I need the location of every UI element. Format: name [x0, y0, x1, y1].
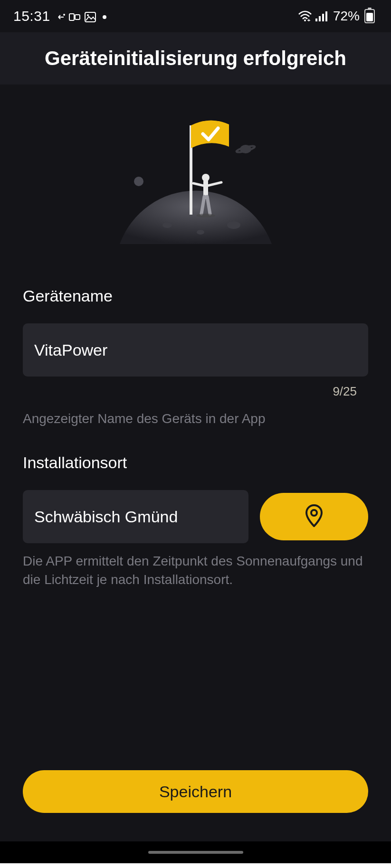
home-indicator-bar[interactable] — [148, 851, 243, 854]
home-indicator-area — [0, 841, 391, 863]
device-name-label: Gerätename — [23, 287, 368, 305]
svg-point-5 — [103, 15, 106, 19]
battery-percent: 72% — [331, 9, 360, 24]
device-name-helper: Angezeigter Name des Geräts in der App — [23, 409, 368, 428]
battery-icon — [364, 9, 375, 23]
location-input[interactable] — [34, 508, 237, 526]
device-name-input[interactable] — [34, 341, 357, 359]
location-input-box[interactable] — [23, 490, 248, 543]
svg-point-12 — [197, 230, 204, 235]
teams-icon — [68, 12, 82, 22]
wifi-icon — [298, 10, 312, 22]
svg-point-19 — [196, 214, 215, 217]
signal-icon — [315, 11, 327, 21]
status-bar: 15:31 — [0, 0, 391, 32]
svg-point-4 — [87, 14, 89, 16]
save-button[interactable]: Speichern — [23, 770, 368, 813]
page-title: Geräteinitialisierung erfolgreich — [45, 47, 346, 70]
svg-rect-7 — [315, 19, 317, 21]
save-button-label: Speichern — [159, 783, 232, 801]
location-label: Installationsort — [23, 453, 368, 472]
svg-rect-3 — [85, 12, 95, 22]
dot-icon — [103, 15, 106, 19]
svg-point-14 — [134, 177, 143, 186]
status-time: 15:31 — [13, 8, 50, 24]
svg-point-6 — [304, 19, 306, 21]
location-pin-icon — [305, 504, 324, 529]
svg-point-0 — [63, 14, 65, 16]
svg-rect-1 — [69, 14, 74, 20]
app-header: Geräteinitialisierung erfolgreich — [0, 32, 391, 85]
svg-rect-2 — [75, 15, 80, 19]
image-icon — [85, 12, 96, 22]
location-helper: Die APP ermittelt den Zeitpunkt des Sonn… — [23, 552, 368, 589]
svg-rect-9 — [322, 14, 324, 21]
svg-rect-10 — [325, 11, 327, 21]
arrow-left-icon — [57, 13, 66, 21]
svg-point-20 — [311, 510, 317, 516]
svg-rect-8 — [319, 16, 321, 21]
device-name-input-box[interactable] — [23, 323, 368, 377]
white-strip — [0, 863, 391, 868]
device-name-counter: 9/25 — [23, 384, 368, 399]
locate-button[interactable] — [260, 493, 368, 540]
success-illustration — [23, 102, 368, 244]
svg-point-13 — [227, 221, 240, 229]
svg-point-11 — [162, 222, 172, 228]
